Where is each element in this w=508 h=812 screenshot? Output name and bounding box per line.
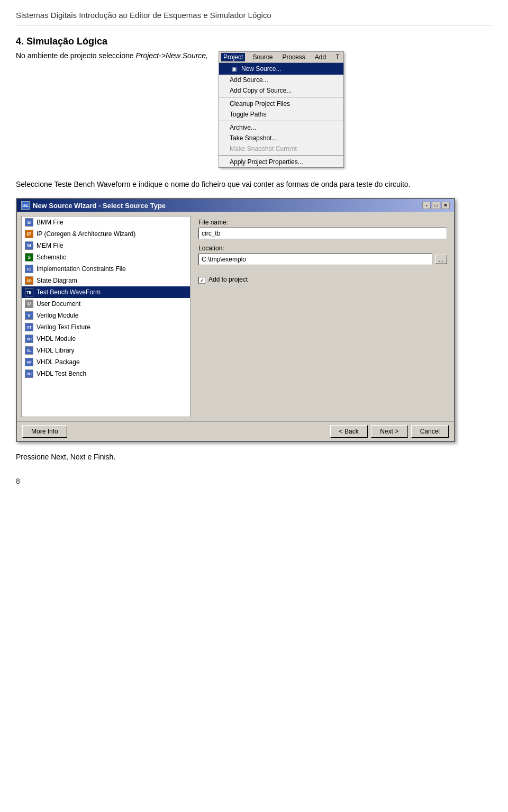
menu-cleanup[interactable]: Cleanup Project Files [219,98,343,109]
vhdl-testbench-icon: VB [25,369,33,378]
section-title: 4. Simulação Lógica [16,36,492,47]
titlebar-buttons[interactable]: - □ ✕ [422,202,450,209]
userdoc-icon: U [25,300,33,308]
next-button[interactable]: Next > [371,425,408,438]
file-name-label: File name: [198,219,447,226]
bottom-text: Pressione Next, Next e Finish. [16,453,492,461]
mem-icon: M [25,241,33,250]
more-info-button[interactable]: More Info [22,425,67,438]
footer-right-buttons: < Back Next > Cancel [330,425,449,438]
location-row: ... [198,254,447,265]
constraints-icon: IC [25,265,33,273]
source-right-panel: File name: Location: ... ✓ Add to projec… [196,216,450,417]
new-source-dialog: SE New Source Wizard - Select Source Typ… [16,198,455,442]
vhdl-module-icon: VH [25,335,33,343]
verilog-fixture-icon: VT [25,323,33,331]
menu-divider-1 [219,97,343,97]
maximize-button[interactable]: □ [432,202,440,209]
state-icon: SD [25,276,33,285]
source-user-doc[interactable]: U User Document [22,298,190,310]
menu-take-snapshot[interactable]: Take Snapshot... [219,133,343,143]
add-to-project-label: Add to project [208,276,248,283]
ip-icon: IP [25,230,33,238]
intro-text: No ambiente de projecto seleccione Proje… [16,51,208,60]
source-bmm-file[interactable]: B BMM File [22,216,190,228]
source-testbench-waveform[interactable]: TB Test Bench WaveForm [22,286,190,298]
source-type-list[interactable]: B BMM File IP IP (Coregen & Architecture… [21,216,190,417]
menu-add-copy[interactable]: Add Copy of Source... [219,85,343,96]
source-verilog-fixture[interactable]: VT Verilog Test Fixture [22,321,190,333]
menu-apply-properties[interactable]: Apply Project Properties... [219,157,343,167]
browse-button[interactable]: ... [435,255,447,264]
menu-bar-project[interactable]: Project [221,53,245,61]
page-number: 8 [16,477,492,485]
menu-divider-2 [219,121,343,121]
menu-add-source[interactable]: Add Source... [219,75,343,85]
source-constraints[interactable]: IC Implementation Constraints File [22,263,190,275]
source-vhdl-library[interactable]: VL VHDL Library [22,345,190,356]
menu-archive[interactable]: Archive... [219,122,343,133]
menu-bar-add[interactable]: Add [313,53,328,61]
dialog-titlebar: SE New Source Wizard - Select Source Typ… [17,199,454,212]
source-vhdl-package[interactable]: VP VHDL Package [22,356,190,368]
menu-bar-source[interactable]: Source [250,53,275,61]
dialog-body: B BMM File IP IP (Coregen & Architecture… [17,212,454,421]
cancel-button[interactable]: Cancel [411,425,449,438]
verilog-icon: V [25,311,33,320]
location-label: Location: [198,245,447,252]
dialog-footer: More Info < Back Next > Cancel [17,421,454,441]
bmm-icon: B [25,218,33,227]
add-to-project-checkbox[interactable]: ✓ [198,277,205,284]
location-input[interactable] [198,254,432,265]
new-source-icon: ▣ [230,65,238,73]
dialog-icon: SE [21,201,30,210]
menu-new-source[interactable]: ▣ New Source... [219,63,343,75]
add-to-project-row: ✓ Add to project [198,276,447,285]
source-vhdl-module[interactable]: VH VHDL Module [22,333,190,345]
location-group: Location: ... [198,245,447,265]
menu-bar: Project Source Process Add T [219,52,343,63]
source-ip[interactable]: IP IP (Coregen & Architecture Wizard) [22,228,190,240]
source-schematic[interactable]: S Schematic [22,251,190,263]
menu-screenshot: Project Source Process Add T ▣ New Sourc… [219,51,344,168]
intro-area: No ambiente de projecto seleccione Proje… [16,51,492,168]
page-header: Sistemas Digitais Introdução ao Editor d… [16,11,492,25]
back-button[interactable]: < Back [330,425,368,438]
dialog-title-left: SE New Source Wizard - Select Source Typ… [21,201,166,210]
vhdl-library-icon: VL [25,346,33,355]
close-button[interactable]: ✕ [441,202,450,209]
description-text: Seleccione Teste Bench Waveform e indiqu… [16,178,492,190]
menu-divider-3 [219,155,343,156]
file-name-group: File name: [198,219,447,239]
menu-make-snapshot: Make Snapshot Current [219,143,343,154]
source-verilog-module[interactable]: V Verilog Module [22,310,190,321]
source-state-diagram[interactable]: SD State Diagram [22,275,190,286]
menu-bar-process[interactable]: Process [280,53,307,61]
menu-toggle-paths[interactable]: Toggle Paths [219,109,343,120]
source-vhdl-testbench[interactable]: VB VHDL Test Bench [22,368,190,380]
source-mem-file[interactable]: M MEM File [22,240,190,251]
testbench-icon: TB [25,288,33,296]
vhdl-package-icon: VP [25,358,33,366]
dialog-title-text: New Source Wizard - Select Source Type [33,202,166,210]
file-name-input[interactable] [198,228,447,239]
menu-bar-t[interactable]: T [333,53,341,61]
minimize-button[interactable]: - [422,202,431,209]
schematic-icon: S [25,253,33,261]
